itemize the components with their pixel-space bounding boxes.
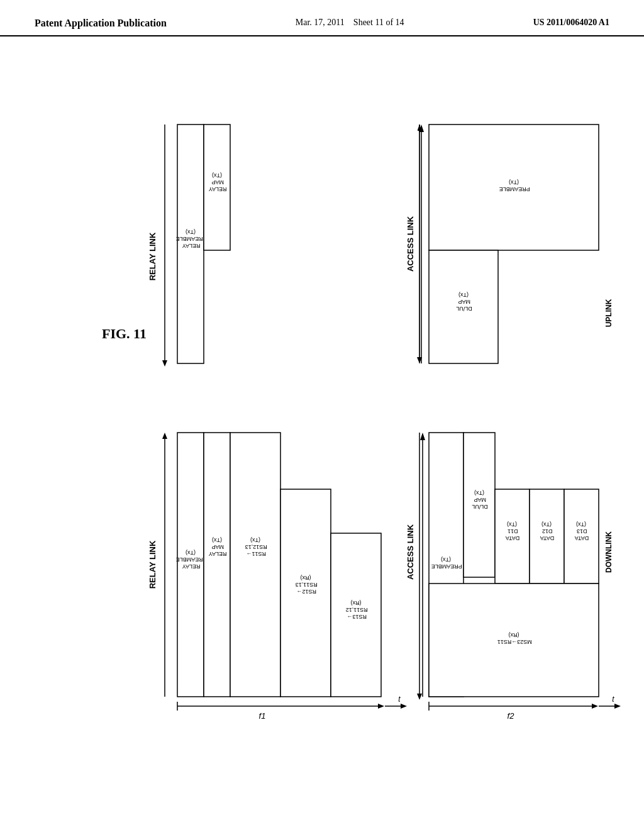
header-left: Patent Application Publication xyxy=(35,18,167,29)
svg-marker-37 xyxy=(162,360,167,367)
header: Patent Application Publication Mar. 17, … xyxy=(0,0,644,36)
svg-marker-50 xyxy=(378,704,384,709)
figure-area: FIG. 11 RELAY PREAMBLE (Tx) RELAY MAP (T… xyxy=(102,62,643,753)
svg-marker-54 xyxy=(401,704,407,709)
svg-text:RELAY LINK: RELAY LINK xyxy=(148,232,157,280)
svg-marker-39 xyxy=(162,433,167,439)
svg-text:UPLINK: UPLINK xyxy=(604,299,613,327)
svg-marker-46 xyxy=(417,694,422,700)
header-right: US 2011/0064020 A1 xyxy=(533,18,609,28)
header-date: Mar. 17, 2011 xyxy=(296,18,345,27)
svg-text:f1: f1 xyxy=(259,711,266,721)
page: Patent Application Publication Mar. 17, … xyxy=(0,0,644,830)
header-center: Mar. 17, 2011 Sheet 11 of 14 xyxy=(296,18,404,28)
svg-marker-48 xyxy=(420,433,425,440)
svg-text:t: t xyxy=(398,695,401,704)
svg-text:DOWNLINK: DOWNLINK xyxy=(604,531,613,573)
svg-text:ACCESS LINK: ACCESS LINK xyxy=(406,216,415,272)
diagram-svg: RELAY PREAMBLE (Tx) RELAY MAP (Tx) RS11→… xyxy=(140,74,630,734)
header-sheet: Sheet 11 of 14 xyxy=(353,18,404,27)
svg-text:ACCESS LINK: ACCESS LINK xyxy=(406,524,415,580)
svg-text:f2: f2 xyxy=(508,711,515,721)
svg-rect-2 xyxy=(204,433,230,697)
svg-marker-57 xyxy=(592,704,598,709)
svg-rect-4 xyxy=(230,433,280,697)
svg-text:t: t xyxy=(612,695,614,704)
svg-marker-61 xyxy=(614,704,621,709)
svg-text:RELAY LINK: RELAY LINK xyxy=(148,540,157,589)
